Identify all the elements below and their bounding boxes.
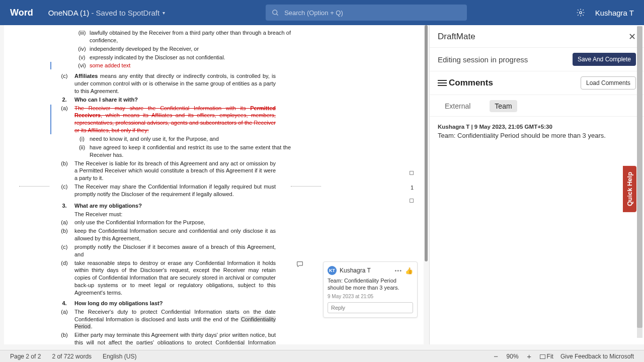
clause-4b: Either party may terminate this Agreemen… [74, 331, 276, 344]
margin-guide-left [19, 186, 49, 187]
document-canvas[interactable]: (iii)lawfully obtained by the Receiver f… [0, 25, 428, 344]
reply-input[interactable] [328, 302, 413, 313]
fit-button[interactable]: Fit [540, 353, 553, 360]
document-name: OneNDA (1) [48, 9, 90, 17]
load-comments-button[interactable]: Load Comments [581, 76, 636, 89]
zoom-out-button[interactable]: − [493, 352, 500, 360]
section-4-heading: How long do my obligations last? [74, 300, 276, 307]
clause-v: expressly indicated by the Discloser as … [90, 54, 291, 61]
svg-point-2 [579, 12, 582, 14]
language-indicator[interactable]: English (US) [103, 353, 136, 360]
clause-3b: keep the Confidential Information secure… [74, 227, 276, 242]
document-title-area[interactable]: OneNDA (1) - Saved to SpotDraft ▾ [48, 9, 165, 17]
page-indicator[interactable]: Page 2 of 2 [10, 353, 41, 360]
clause-vi-added: some added text [90, 62, 291, 69]
zoom-in-button[interactable]: + [526, 352, 533, 360]
margin-guide-right [291, 186, 321, 187]
comment-time: 9 May 2023 at 21:05 [328, 294, 413, 299]
chevron-down-icon[interactable]: ▾ [163, 10, 165, 16]
svg-point-0 [273, 10, 277, 14]
panel-comment-text: Team: Confidentiality Period should be m… [438, 132, 636, 139]
panel-title: DraftMate [438, 32, 475, 42]
clause-3c: promptly notify the Discloser if it beco… [74, 243, 276, 258]
title-bar: Word OneNDA (1) - Saved to SpotDraft ▾ S… [0, 0, 644, 25]
status-bar: Page 2 of 2 2 of 722 words English (US) … [0, 350, 644, 362]
search-icon [272, 9, 279, 17]
quick-help-button[interactable]: Quick Help [623, 166, 636, 212]
word-count[interactable]: 2 of 722 words [52, 353, 92, 360]
resize-handle[interactable] [410, 171, 414, 175]
tab-external[interactable]: External [440, 100, 475, 112]
clause-3a: only use the Confidential Information fo… [74, 219, 276, 226]
section-3-heading: What are my obligations? [74, 202, 276, 210]
app-name: Word [10, 8, 33, 18]
svg-line-1 [277, 14, 278, 15]
more-icon[interactable]: ••• [394, 267, 402, 274]
fit-icon [540, 354, 545, 359]
tab-team[interactable]: Team [490, 100, 517, 112]
clause-2a-deleted: The Receiver may share the Confidential … [74, 105, 276, 134]
window-scrollbar[interactable] [637, 26, 642, 338]
draftmate-panel: DraftMate ✕ Editing session in progress … [429, 25, 644, 344]
session-status: Editing session in progress [438, 55, 528, 64]
zoom-level[interactable]: 90% [507, 353, 519, 360]
clause-2c: The Receiver may share the Confidential … [74, 183, 276, 198]
save-complete-button[interactable]: Save And Complete [573, 53, 636, 66]
close-icon[interactable]: ✕ [628, 31, 636, 42]
comment-tabs: External Team [430, 95, 644, 117]
like-icon[interactable]: 👍 [405, 267, 413, 275]
comment-author: Kushagra T [340, 267, 391, 274]
clause-2b: The Receiver is liable for its breach of… [74, 160, 276, 183]
clause-2a-i: need to know it, and only use it, for th… [90, 135, 291, 143]
panel-comment-meta: Kushagra T | 9 May 2023, 21:05 GMT+5:30 [438, 124, 636, 130]
feedback-link[interactable]: Give Feedback to Microsoft [560, 353, 634, 360]
resize-handle[interactable] [410, 199, 414, 203]
search-box[interactable]: Search (Option + Q) [266, 5, 467, 21]
gear-icon[interactable] [576, 8, 585, 17]
comments-heading: Comments [449, 78, 581, 88]
user-name[interactable]: Kushagra T [595, 9, 634, 17]
inline-comment-card[interactable]: KT Kushagra T ••• 👍 Team: Confidentialit… [323, 261, 418, 318]
scrollbar[interactable] [425, 25, 428, 261]
clause-iii: lawfully obtained by the Receiver from a… [90, 29, 291, 44]
clause-3d: take reasonable steps to destroy or eras… [74, 259, 276, 297]
search-placeholder: Search (Option + Q) [284, 9, 343, 17]
section-2-heading: Who can I share it with? [74, 96, 276, 104]
comment-body: Team: Confidentiality Period should be m… [328, 277, 413, 292]
section-3-intro: The Receiver must: [74, 211, 276, 218]
avatar: KT [328, 266, 337, 275]
save-location: Saved to SpotDraft [96, 9, 159, 17]
clause-c-affiliates: Affiliates means any entity that directl… [74, 72, 276, 95]
menu-icon[interactable] [438, 80, 447, 86]
clause-iv: independently developed by the Receiver,… [90, 45, 291, 53]
clause-2a-ii: have agreed to keep it confidential and … [90, 144, 291, 159]
page-number: 1 [411, 184, 414, 192]
comment-marker-icon[interactable] [296, 260, 304, 268]
clause-4a: The Receiver's duty to protect Confident… [74, 308, 276, 331]
